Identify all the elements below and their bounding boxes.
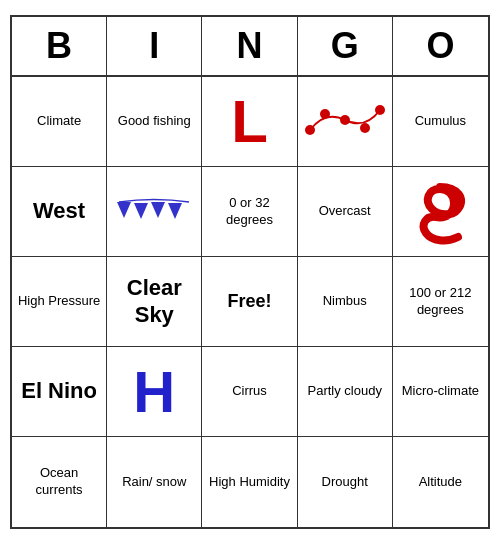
cell-r4-c0: Ocean currents — [12, 437, 107, 527]
cell-label: Drought — [322, 474, 368, 491]
cell-label: Partly cloudy — [307, 383, 381, 400]
cell-r2-c4: 100 or 212 degrees — [393, 257, 488, 347]
bingo-grid: ClimateGood fishingLCumulusWest0 or 32 d… — [12, 77, 488, 527]
cell-r3-c3: Partly cloudy — [298, 347, 393, 437]
cell-r3-c0: El Nino — [12, 347, 107, 437]
red-dots-icon — [305, 100, 385, 144]
cell-r4-c2: High Humidity — [202, 437, 297, 527]
cell-label: Good fishing — [118, 113, 191, 130]
svg-point-2 — [340, 115, 350, 125]
bingo-card: BINGO ClimateGood fishingLCumulusWest0 o… — [10, 15, 490, 529]
svg-point-1 — [320, 109, 330, 119]
cell-label: Overcast — [319, 203, 371, 220]
cell-r3-c4: Micro-climate — [393, 347, 488, 437]
cell-r3-c2: Cirrus — [202, 347, 297, 437]
blue-h-icon: H — [133, 363, 175, 421]
cell-r0-c2: L — [202, 77, 297, 167]
cell-r4-c3: Drought — [298, 437, 393, 527]
header-letter: I — [107, 17, 202, 75]
cell-label: Cirrus — [232, 383, 267, 400]
cell-r4-c4: Altitude — [393, 437, 488, 527]
cell-r1-c4 — [393, 167, 488, 257]
cell-r3-c1: H — [107, 347, 202, 437]
bunting-icon — [114, 192, 194, 232]
cell-r4-c1: Rain/ snow — [107, 437, 202, 527]
cell-label: 100 or 212 degrees — [397, 285, 484, 319]
cell-label: Rain/ snow — [122, 474, 186, 491]
cell-label: Nimbus — [323, 293, 367, 310]
cell-label: Cumulus — [415, 113, 466, 130]
cell-label: Micro-climate — [402, 383, 479, 400]
svg-marker-8 — [168, 203, 182, 219]
cell-label: 0 or 32 degrees — [206, 195, 292, 229]
cell-r2-c0: High Pressure — [12, 257, 107, 347]
svg-marker-6 — [134, 203, 148, 219]
free-cell-label: Free! — [227, 291, 271, 313]
red-l-icon: L — [231, 92, 268, 152]
header-letter: B — [12, 17, 107, 75]
cell-label-large: El Nino — [21, 378, 97, 404]
cell-r1-c1 — [107, 167, 202, 257]
cell-r1-c3: Overcast — [298, 167, 393, 257]
svg-point-4 — [375, 105, 385, 115]
svg-marker-5 — [117, 202, 131, 218]
svg-point-3 — [360, 123, 370, 133]
svg-marker-7 — [151, 202, 165, 218]
cell-label-large: West — [33, 198, 85, 224]
cell-r0-c3 — [298, 77, 393, 167]
cell-r1-c2: 0 or 32 degrees — [202, 167, 297, 257]
header-letter: G — [298, 17, 393, 75]
cell-label: Climate — [37, 113, 81, 130]
cell-label: High Pressure — [18, 293, 100, 310]
cell-r2-c3: Nimbus — [298, 257, 393, 347]
cell-r0-c1: Good fishing — [107, 77, 202, 167]
hurricane-svg-icon — [408, 177, 473, 247]
cell-r0-c4: Cumulus — [393, 77, 488, 167]
cell-label: High Humidity — [209, 474, 290, 491]
cell-r0-c0: Climate — [12, 77, 107, 167]
cell-label: Altitude — [419, 474, 462, 491]
cell-r2-c2: Free! — [202, 257, 297, 347]
header-letter: N — [202, 17, 297, 75]
cell-label: Ocean currents — [16, 465, 102, 499]
header-letter: O — [393, 17, 488, 75]
cell-r2-c1: Clear Sky — [107, 257, 202, 347]
cell-r1-c0: West — [12, 167, 107, 257]
bingo-header: BINGO — [12, 17, 488, 77]
svg-point-0 — [305, 125, 315, 135]
cell-label-large: Clear Sky — [111, 275, 197, 328]
